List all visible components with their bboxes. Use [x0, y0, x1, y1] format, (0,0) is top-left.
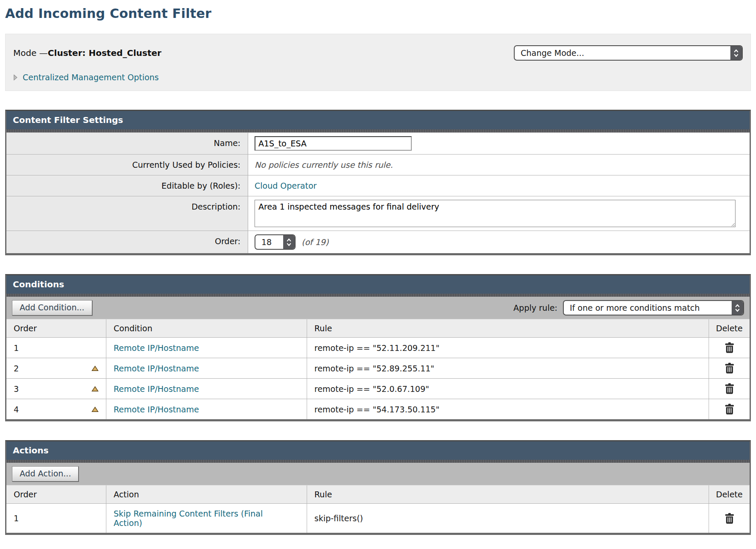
mode-panel: Mode —Cluster: Hosted_Cluster Change Mod… [5, 34, 751, 91]
order-value-cell: 18 (of 19) [248, 231, 750, 253]
settings-row-name: Name: [6, 132, 750, 154]
order-select[interactable]: 18 [255, 234, 296, 250]
mode-text: Mode —Cluster: Hosted_Cluster [13, 48, 161, 58]
delete-icon[interactable] [724, 342, 735, 353]
action-cell: Skip Remaining Content Filters (Final Ac… [106, 504, 307, 533]
policies-label: Currently Used by Policies: [6, 155, 248, 175]
delete-icon[interactable] [724, 513, 735, 524]
order-cell: 4 [6, 399, 106, 419]
conditions-header-strip [6, 294, 750, 297]
col-order: Order [6, 485, 106, 503]
description-value-cell: Area 1 inspected messages for final deli… [248, 196, 750, 231]
condition-row: 4 Remote IP/Hostname remote-ip == "54.17… [6, 399, 750, 419]
delete-cell [709, 504, 750, 533]
action-link[interactable]: Skip Remaining Content Filters (Final Ac… [114, 509, 280, 528]
delete-icon[interactable] [724, 362, 735, 374]
col-delete: Delete [709, 319, 750, 337]
condition-cell: Remote IP/Hostname [106, 338, 307, 358]
apply-rule-select-value: If one or more conditions match [564, 301, 732, 315]
move-up-icon[interactable] [91, 365, 99, 371]
change-mode-select-value: Change Mode... [515, 46, 730, 60]
settings-header-strip [6, 129, 750, 132]
apply-rule-select[interactable]: If one or more conditions match [563, 300, 744, 315]
col-action: Action [106, 485, 307, 503]
rule-cell: remote-ip == "54.173.50.115" [307, 399, 709, 419]
condition-link[interactable]: Remote IP/Hostname [114, 405, 199, 414]
roles-label: Editable by (Roles): [6, 175, 248, 196]
actions-section: Actions Add Action... Order Action Rule … [5, 440, 751, 535]
condition-row: 3 Remote IP/Hostname remote-ip == "52.0.… [6, 378, 750, 399]
col-rule: Rule [307, 319, 709, 337]
action-row: 1 Skip Remaining Content Filters (Final … [6, 503, 750, 533]
conditions-section-header: Conditions [6, 275, 750, 294]
select-spinner-icon [732, 301, 743, 315]
mode-row: Mode —Cluster: Hosted_Cluster Change Mod… [13, 45, 743, 61]
name-input[interactable] [255, 136, 412, 151]
conditions-section: Conditions Add Condition... Apply rule: … [5, 274, 751, 421]
col-rule: Rule [307, 485, 709, 503]
delete-cell [709, 358, 750, 378]
delete-cell [709, 399, 750, 419]
conditions-table-header: Order Condition Rule Delete [6, 319, 750, 337]
condition-cell: Remote IP/Hostname [106, 358, 307, 378]
page-title: Add Incoming Content Filter [5, 6, 751, 21]
move-up-icon[interactable] [91, 386, 99, 392]
add-condition-button[interactable]: Add Condition... [12, 300, 92, 315]
page: Add Incoming Content Filter Mode —Cluste… [0, 0, 756, 549]
cloud-operator-link[interactable]: Cloud Operator [255, 181, 316, 190]
order-select-value: 18 [255, 235, 283, 249]
col-delete: Delete [709, 485, 750, 503]
col-condition: Condition [106, 319, 307, 337]
actions-toolbar: Add Action... [6, 463, 750, 485]
mode-value: Cluster: Hosted_Cluster [48, 48, 161, 58]
disclosure-caret-icon[interactable] [13, 74, 18, 81]
rule-cell: skip-filters() [307, 504, 709, 533]
name-label: Name: [6, 133, 248, 154]
delete-icon[interactable] [724, 383, 735, 394]
add-action-button[interactable]: Add Action... [12, 466, 79, 482]
centralized-management-row: Centralized Management Options [13, 73, 743, 82]
apply-rule-label: Apply rule: [513, 303, 557, 312]
rule-cell: remote-ip == "52.11.209.211" [307, 338, 709, 358]
settings-row-policies: Currently Used by Policies: No policies … [6, 154, 750, 175]
mode-label: Mode — [13, 48, 48, 58]
order-cell: 2 [6, 358, 106, 378]
order-cell: 3 [6, 379, 106, 399]
select-spinner-icon [730, 46, 742, 60]
order-total: (of 19) [302, 237, 328, 247]
condition-link[interactable]: Remote IP/Hostname [114, 343, 199, 353]
order-cell: 1 [6, 504, 106, 533]
delete-cell [709, 379, 750, 399]
actions-header-strip [6, 460, 750, 463]
settings-row-roles: Editable by (Roles): Cloud Operator [6, 175, 750, 196]
condition-row: 1 Remote IP/Hostname remote-ip == "52.11… [6, 337, 750, 358]
description-label: Description: [6, 196, 248, 231]
settings-row-order: Order: 18 (of 19) [6, 231, 750, 253]
settings-section-header: Content Filter Settings [6, 111, 750, 129]
select-spinner-icon [283, 235, 295, 249]
rule-cell: remote-ip == "52.89.255.11" [307, 358, 709, 378]
description-textarea[interactable]: Area 1 inspected messages for final deli… [255, 200, 735, 227]
roles-value-cell: Cloud Operator [248, 175, 750, 196]
change-mode-select[interactable]: Change Mode... [514, 45, 743, 61]
condition-cell: Remote IP/Hostname [106, 399, 307, 419]
conditions-toolbar: Add Condition... Apply rule: If one or m… [6, 297, 750, 319]
col-order: Order [6, 319, 106, 337]
policies-value-cell: No policies currently use this rule. [248, 155, 750, 175]
actions-table-header: Order Action Rule Delete [6, 485, 750, 503]
actions-section-header: Actions [6, 441, 750, 460]
condition-link[interactable]: Remote IP/Hostname [114, 384, 199, 394]
move-up-icon[interactable] [91, 406, 99, 412]
rule-cell: remote-ip == "52.0.67.109" [307, 379, 709, 399]
delete-cell [709, 338, 750, 358]
condition-row: 2 Remote IP/Hostname remote-ip == "52.89… [6, 358, 750, 378]
centralized-management-link[interactable]: Centralized Management Options [23, 73, 159, 82]
condition-link[interactable]: Remote IP/Hostname [114, 364, 199, 373]
content-filter-settings-section: Content Filter Settings Name: Currently … [5, 110, 751, 255]
order-label: Order: [6, 231, 248, 253]
condition-cell: Remote IP/Hostname [106, 379, 307, 399]
delete-icon[interactable] [724, 403, 735, 415]
apply-rule-group: Apply rule: If one or more conditions ma… [513, 300, 744, 315]
order-cell: 1 [6, 338, 106, 358]
policies-value: No policies currently use this rule. [255, 160, 393, 169]
